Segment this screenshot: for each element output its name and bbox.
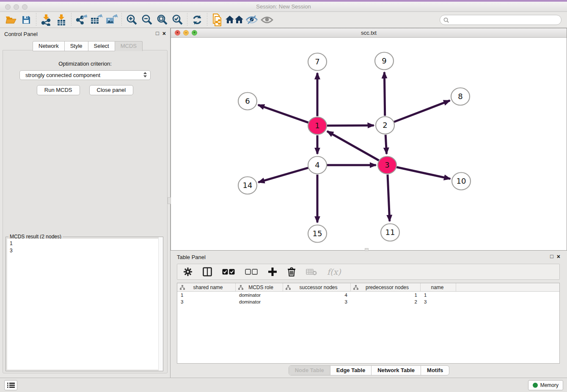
- cell-name[interactable]: 3: [421, 299, 456, 304]
- edge-3-11[interactable]: [388, 174, 390, 221]
- cell-shared-name[interactable]: 3: [177, 299, 236, 304]
- network-view-window: × – + scc.txt 7968124314101511: [171, 28, 567, 251]
- column-label: shared name: [185, 284, 235, 290]
- edge-2-9[interactable]: [384, 72, 385, 116]
- table-body: 1dominator4113dominator323: [177, 292, 559, 305]
- main-toolbar: [0, 12, 567, 28]
- refresh-layout-icon[interactable]: [190, 13, 205, 27]
- optimization-criterion-label: Optimization criterion:: [3, 61, 167, 67]
- memory-button[interactable]: Memory: [528, 380, 563, 390]
- edge-4-14[interactable]: [258, 168, 308, 182]
- column-label: predecessor nodes: [358, 284, 420, 290]
- zoom-fit-icon[interactable]: [154, 13, 170, 27]
- task-history-button[interactable]: [4, 380, 17, 390]
- table-panel-title: Table Panel: [177, 254, 206, 260]
- column-header-shared-name[interactable]: shared name: [177, 283, 236, 291]
- column-header-successor-nodes[interactable]: successor nodes: [283, 283, 351, 291]
- node-table[interactable]: shared nameMCDS rolesuccessor nodesprede…: [177, 283, 560, 364]
- save-session-icon[interactable]: [19, 13, 34, 27]
- cell-predecessor-nodes[interactable]: 1: [351, 293, 421, 298]
- float-table-panel-icon[interactable]: □: [550, 254, 553, 259]
- function-builder-icon[interactable]: f(x): [327, 267, 341, 276]
- mcds-panel-body: Optimization criterion: strongly connect…: [3, 50, 168, 373]
- vertical-splitter-grip[interactable]: [168, 197, 171, 204]
- table-toolbar: f(x): [177, 264, 560, 280]
- export-network-icon[interactable]: [74, 13, 89, 27]
- tab-network[interactable]: Network: [33, 41, 65, 51]
- edge-3-10[interactable]: [396, 167, 450, 179]
- mcds-result-groupbox: MCDS result (2 nodes) 1 3: [6, 237, 163, 371]
- close-table-panel-icon[interactable]: ×: [557, 254, 560, 259]
- tab-motifs[interactable]: Motifs: [421, 366, 449, 375]
- cell-shared-name[interactable]: 1: [177, 293, 236, 298]
- toolbar-separator: [71, 13, 72, 27]
- list-icon: [7, 382, 15, 388]
- float-panel-icon[interactable]: □: [156, 30, 159, 36]
- delete-table-icon[interactable]: [306, 268, 317, 276]
- close-panel-icon[interactable]: ×: [162, 30, 166, 36]
- zoom-in-icon[interactable]: [124, 13, 139, 27]
- node-label-14: 14: [243, 181, 253, 190]
- show-all-columns-icon[interactable]: [222, 269, 235, 275]
- optimization-criterion-select[interactable]: strongly connected component: [19, 70, 151, 80]
- node-label-1: 1: [315, 121, 319, 130]
- search-icon: [443, 17, 449, 23]
- network-canvas[interactable]: 7968124314101511: [171, 38, 567, 250]
- table-settings-gear-icon[interactable]: [183, 267, 193, 276]
- table-row-2[interactable]: 3dominator323: [177, 298, 559, 305]
- table-header-row: shared nameMCDS rolesuccessor nodesprede…: [177, 283, 559, 292]
- import-table-icon[interactable]: [54, 13, 69, 27]
- window-title: Session: New Session: [0, 3, 567, 10]
- node-label-9: 9: [382, 56, 386, 65]
- show-graphics-details-icon[interactable]: [259, 13, 275, 27]
- edge-2-8[interactable]: [394, 100, 450, 122]
- tab-style[interactable]: Style: [64, 41, 88, 51]
- search-input[interactable]: [451, 17, 561, 23]
- hide-all-columns-icon[interactable]: [245, 269, 258, 275]
- horizontal-splitter-grip[interactable]: [365, 248, 369, 251]
- tab-node-table[interactable]: Node Table: [289, 366, 330, 375]
- toggle-columns-pane-icon[interactable]: [203, 267, 212, 276]
- edge-1-2[interactable]: [327, 125, 374, 126]
- column-header-MCDS-role[interactable]: MCDS role: [236, 283, 283, 291]
- cell-predecessor-nodes[interactable]: 2: [351, 299, 421, 304]
- export-image-icon[interactable]: [104, 13, 119, 27]
- delete-column-icon[interactable]: [287, 267, 296, 277]
- tab-network-table[interactable]: Network Table: [372, 366, 421, 375]
- node-label-8: 8: [458, 92, 462, 101]
- cell-successor-nodes[interactable]: 3: [283, 299, 351, 304]
- duplicate-network-icon[interactable]: [209, 13, 225, 27]
- close-panel-button[interactable]: Close panel: [89, 85, 134, 95]
- cell-name[interactable]: 1: [421, 293, 456, 298]
- column-header-name[interactable]: name: [421, 283, 456, 291]
- import-network-icon[interactable]: [39, 13, 54, 27]
- mcds-result-text[interactable]: 1 3: [7, 239, 162, 370]
- create-column-icon[interactable]: [268, 267, 277, 276]
- tab-edge-table[interactable]: Edge Table: [330, 366, 372, 375]
- column-header-predecessor-nodes[interactable]: predecessor nodes: [351, 283, 421, 291]
- result-scrollbar[interactable]: [158, 237, 163, 371]
- edge-2-3[interactable]: [385, 135, 386, 154]
- export-table-icon[interactable]: [89, 13, 104, 27]
- zoom-selected-icon[interactable]: [170, 13, 185, 27]
- memory-status-icon: [533, 383, 538, 388]
- control-panel: Control Panel □ × NetworkStyleSelectMCDS…: [0, 28, 171, 378]
- run-mcds-button[interactable]: Run MCDS: [37, 85, 80, 95]
- network-graph[interactable]: 7968124314101511: [171, 38, 567, 251]
- home-network-icon[interactable]: [225, 13, 244, 27]
- table-row-1[interactable]: 1dominator411: [177, 292, 559, 298]
- global-search-field[interactable]: [440, 15, 561, 25]
- hide-graphics-details-icon[interactable]: [244, 13, 259, 27]
- cell-MCDS-role[interactable]: dominator: [236, 293, 283, 298]
- select-stepper-icon: [143, 72, 147, 77]
- tab-select[interactable]: Select: [88, 41, 115, 51]
- tab-mcds[interactable]: MCDS: [115, 41, 143, 51]
- cell-successor-nodes[interactable]: 4: [283, 293, 351, 298]
- node-label-4: 4: [315, 160, 319, 169]
- edge-3-1[interactable]: [327, 131, 379, 160]
- network-window-titlebar[interactable]: × – + scc.txt: [171, 28, 567, 38]
- edge-1-6[interactable]: [258, 105, 308, 123]
- open-file-icon[interactable]: [3, 13, 19, 27]
- cell-MCDS-role[interactable]: dominator: [236, 299, 283, 304]
- zoom-out-icon[interactable]: [139, 13, 154, 27]
